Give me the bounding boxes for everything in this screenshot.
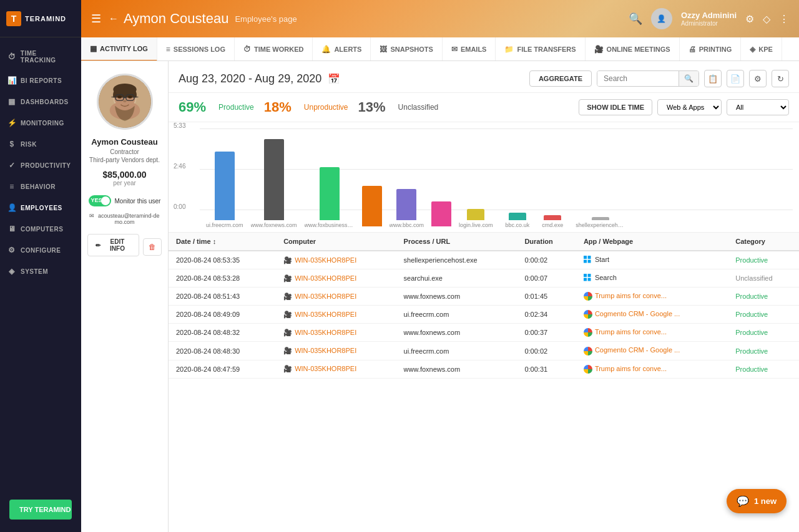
sidebar-item-employees[interactable]: 👤 EMPLOYEES <box>0 197 81 218</box>
search-submit-button[interactable]: 🔍 <box>679 71 699 86</box>
web-apps-filter[interactable]: Web & Apps <box>657 99 722 115</box>
tab-snapshots[interactable]: 🖼 SNAPSHOTS <box>371 37 442 61</box>
app-name[interactable]: Trump aims for conve... <box>595 365 667 372</box>
sidebar-item-label: CONFIGURE <box>21 247 61 254</box>
sidebar-item-bi-reports[interactable]: 📊 BI REPORTS <box>0 70 81 91</box>
delete-button[interactable]: 🗑 <box>143 238 162 256</box>
computer-link[interactable]: WIN-035KHOR8PEI <box>295 347 356 354</box>
aggregate-button[interactable]: AGGREGATE <box>529 70 592 87</box>
system-icon: ◈ <box>7 267 16 276</box>
back-icon[interactable]: ← <box>109 13 119 24</box>
tab-online-meetings[interactable]: 🎥 ONLINE MEETINGS <box>586 37 680 61</box>
edit-info-button[interactable]: ✏ EDIT INFO <box>87 234 139 256</box>
chart-bar-group-6: login.live.com <box>459 209 493 228</box>
sidebar-item-label: BEHAVIOR <box>21 183 56 190</box>
table-row: 2020-08-24 08:48:32🎥WIN-035KHOR8PEIwww.f… <box>169 324 799 342</box>
profile-dept: Third-party Vendors dept. <box>89 157 160 163</box>
sidebar-item-label: PRODUCTIVITY <box>21 162 71 169</box>
cell-app: Cogmento CRM - Google ... <box>576 342 728 360</box>
tab-kpe[interactable]: ◈ KPE <box>741 37 782 61</box>
tab-emails[interactable]: ✉ EMAILS <box>443 37 496 61</box>
video-icon: 🎥 <box>283 274 292 282</box>
cell-app: Trump aims for conve... <box>576 360 728 378</box>
computer-link[interactable]: WIN-035KHOR8PEI <box>295 293 356 300</box>
sidebar-item-dashboards[interactable]: ▦ DASHBOARDS <box>0 91 81 112</box>
tab-activity-log[interactable]: ▦ ACTIVITY LOG <box>81 37 157 61</box>
chart-bar-2 <box>320 167 340 220</box>
monitor-toggle-row: YES Monitor this user <box>87 195 162 206</box>
activity-table: Date / time ↕ Computer Process / URL Dur… <box>169 233 799 379</box>
col-header-app: App / Webpage <box>576 233 728 251</box>
menu-icon[interactable]: ☰ <box>91 12 101 26</box>
more-options-icon[interactable]: ⋮ <box>779 13 789 25</box>
try-teramind-button[interactable]: TRY TERAMIND <box>9 500 72 520</box>
sidebar-item-system[interactable]: ◈ SYSTEM <box>0 261 81 282</box>
sidebar-nav: ⏱ TIME TRACKING 📊 BI REPORTS ▦ DASHBOARD… <box>0 44 81 282</box>
export-pdf-button[interactable]: 📄 <box>727 70 744 87</box>
avatar-image <box>99 75 151 128</box>
sidebar-item-behavior[interactable]: ≡ BEHAVIOR <box>0 176 81 197</box>
profile-actions: ✏ EDIT INFO 🗑 <box>87 234 162 260</box>
sidebar-item-configure[interactable]: ⚙ CONFIGURE <box>0 239 81 261</box>
sidebar-item-risk[interactable]: $ RISK <box>0 133 81 155</box>
video-icon: 🎥 <box>283 347 292 354</box>
main-content: Aymon Cousteau Contractor Third-party Ve… <box>81 61 799 532</box>
cell-process: ui.freecrm.com <box>396 342 517 360</box>
tab-file-transfers[interactable]: 📁 FILE TRANSFERS <box>496 37 585 61</box>
topbar-search-icon[interactable]: 🔍 <box>629 12 642 26</box>
unproductive-label: Unproductive <box>304 103 348 112</box>
chrome-icon <box>584 292 592 301</box>
sidebar-item-monitoring[interactable]: ⚡ MONITORING <box>0 112 81 133</box>
refresh-button[interactable]: ↻ <box>772 70 789 87</box>
sidebar-item-time-tracking[interactable]: ⏱ TIME TRACKING <box>0 44 81 70</box>
sidebar: T TERAMIND ⏱ TIME TRACKING 📊 BI REPORTS … <box>0 0 81 532</box>
app-name[interactable]: Cogmento CRM - Google ... <box>595 310 680 317</box>
tab-printing[interactable]: 🖨 PRINTING <box>680 37 742 61</box>
cell-datetime: 2020-08-24 08:49:09 <box>169 306 276 324</box>
chrome-icon <box>584 347 592 355</box>
calendar-icon[interactable]: 📅 <box>328 73 340 85</box>
chart-bar-1 <box>264 139 284 220</box>
search-input[interactable] <box>597 71 679 86</box>
video-icon: 🎥 <box>283 329 292 336</box>
computer-link[interactable]: WIN-035KHOR8PEI <box>295 365 356 372</box>
svg-rect-13 <box>584 256 587 259</box>
chart-bar-group-5 <box>431 201 451 228</box>
settings-icon[interactable]: ⚙ <box>745 13 754 25</box>
tab-sessions-log[interactable]: ≡ SESSIONS LOG <box>157 37 235 61</box>
app-name[interactable]: Trump aims for conve... <box>595 328 667 336</box>
table-row: 2020-08-24 08:49:09🎥WIN-035KHOR8PEIui.fr… <box>169 306 799 324</box>
chat-bubble[interactable]: 💬 1 new <box>727 489 787 513</box>
all-filter[interactable]: All <box>727 99 789 115</box>
app-name[interactable]: Trump aims for conve... <box>595 292 667 299</box>
tab-alerts[interactable]: 🔔 ALERTS <box>313 37 371 61</box>
cell-process: www.foxnews.com <box>396 324 517 342</box>
file-transfers-tab-icon: 📁 <box>504 45 514 54</box>
cell-computer: 🎥WIN-035KHOR8PEI <box>276 342 396 360</box>
col-header-category: Category <box>728 233 799 251</box>
computer-link[interactable]: WIN-035KHOR8PEI <box>295 274 356 282</box>
table-container: Date / time ↕ Computer Process / URL Dur… <box>169 233 799 532</box>
profile-salary: $85,000.00 <box>102 170 146 180</box>
computer-link[interactable]: WIN-035KHOR8PEI <box>295 256 356 264</box>
sort-icon[interactable]: ↕ <box>213 238 217 245</box>
chart-bar-8 <box>544 215 561 220</box>
sidebar-item-computers[interactable]: 🖥 COMPUTERS <box>0 218 81 239</box>
tab-time-worked[interactable]: ⏱ TIME WORKED <box>235 37 313 61</box>
settings-filter-button[interactable]: ⚙ <box>749 70 767 87</box>
tab-label: FILE TRANSFERS <box>517 46 576 53</box>
sidebar-item-label: RISK <box>21 141 37 148</box>
monitor-toggle[interactable]: YES <box>89 195 111 206</box>
app-name[interactable]: Cogmento CRM - Google ... <box>595 346 680 354</box>
sidebar-item-productivity[interactable]: ✓ PRODUCTIVITY <box>0 155 81 176</box>
diamond-icon[interactable]: ◇ <box>763 13 770 25</box>
computer-link[interactable]: WIN-035KHOR8PEI <box>295 329 356 336</box>
export-csv-button[interactable]: 📋 <box>704 70 722 87</box>
employees-icon: 👤 <box>7 203 16 212</box>
bi-reports-icon: 📊 <box>7 76 16 85</box>
computer-link[interactable]: WIN-035KHOR8PEI <box>295 311 356 318</box>
sessions-log-tab-icon: ≡ <box>166 45 170 54</box>
show-idle-time-button[interactable]: SHOW IDLE TIME <box>579 99 652 115</box>
video-icon: 🎥 <box>283 256 292 264</box>
cell-computer: 🎥WIN-035KHOR8PEI <box>276 324 396 342</box>
